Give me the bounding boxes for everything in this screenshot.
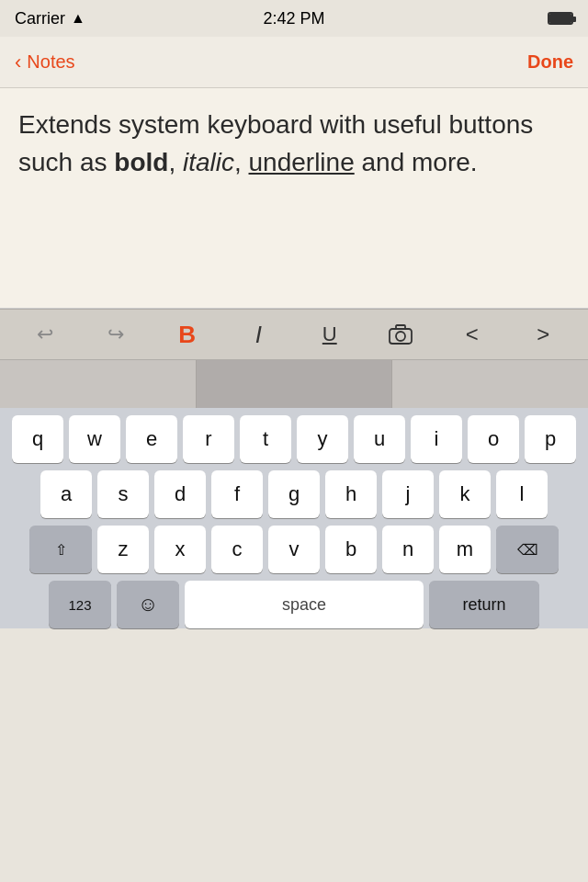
- keyboard-toolbar: ↩ ↪ B I U < >: [0, 309, 588, 360]
- back-button[interactable]: ‹ Notes: [15, 51, 75, 74]
- key-f[interactable]: f: [211, 470, 263, 518]
- time-display: 2:42 PM: [263, 9, 324, 28]
- shift-button[interactable]: ⇧: [29, 526, 92, 573]
- key-y[interactable]: y: [297, 415, 348, 463]
- key-row-2: a s d f g h j k l: [4, 470, 584, 518]
- key-j[interactable]: j: [382, 470, 434, 518]
- status-bar: Carrier ▲ 2:42 PM: [0, 0, 588, 37]
- back-label: Notes: [27, 51, 74, 73]
- key-o[interactable]: o: [468, 415, 519, 463]
- key-d[interactable]: d: [154, 470, 206, 518]
- note-content-area[interactable]: Extends system keyboard with useful butt…: [0, 88, 588, 309]
- key-i[interactable]: i: [411, 415, 462, 463]
- key-r[interactable]: r: [183, 415, 234, 463]
- key-row-1: q w e r t y u i o p: [4, 415, 584, 463]
- key-l[interactable]: l: [496, 470, 548, 518]
- note-text: Extends system keyboard with useful butt…: [18, 107, 570, 181]
- key-b[interactable]: b: [325, 526, 377, 573]
- key-v[interactable]: v: [268, 526, 320, 573]
- key-n[interactable]: n: [382, 526, 434, 573]
- done-button[interactable]: Done: [527, 51, 573, 73]
- key-q[interactable]: q: [12, 415, 63, 463]
- bold-button[interactable]: B: [160, 315, 215, 354]
- key-g[interactable]: g: [268, 470, 320, 518]
- carrier-label: Carrier: [15, 9, 65, 28]
- undo-button[interactable]: ↩: [17, 315, 73, 354]
- redo-button[interactable]: ↪: [88, 315, 143, 354]
- wifi-icon: ▲: [71, 10, 85, 27]
- key-t[interactable]: t: [240, 415, 291, 463]
- underline-text: underline: [249, 148, 355, 176]
- back-chevron-icon: ‹: [15, 51, 21, 74]
- numbers-button[interactable]: 123: [49, 581, 111, 628]
- key-a[interactable]: a: [40, 470, 92, 518]
- cursor-right-button[interactable]: >: [515, 315, 571, 354]
- key-k[interactable]: k: [439, 470, 491, 518]
- camera-button[interactable]: [373, 315, 428, 354]
- nav-bar: ‹ Notes Done: [0, 37, 588, 88]
- battery-icon: [548, 12, 573, 25]
- cursor-left-button[interactable]: <: [445, 315, 500, 354]
- underline-button[interactable]: U: [302, 315, 357, 354]
- svg-rect-2: [396, 325, 405, 329]
- key-s[interactable]: s: [97, 470, 149, 518]
- italic-text: italic: [183, 148, 234, 176]
- key-row-3: ⇧ z x c v b n m ⌫: [4, 526, 584, 573]
- key-row-4: 123 ☺ space return: [4, 581, 584, 628]
- emoji-button[interactable]: ☺: [117, 581, 179, 628]
- key-h[interactable]: h: [325, 470, 377, 518]
- bold-text: bold: [114, 148, 168, 176]
- keyboard: q w e r t y u i o p a s d f g h j k l ⇧ …: [0, 408, 588, 628]
- key-p[interactable]: p: [525, 415, 576, 463]
- svg-point-1: [396, 332, 405, 341]
- key-e[interactable]: e: [126, 415, 177, 463]
- key-m[interactable]: m: [439, 526, 491, 573]
- key-x[interactable]: x: [154, 526, 206, 573]
- key-c[interactable]: c: [211, 526, 263, 573]
- space-button[interactable]: space: [185, 581, 424, 628]
- backspace-button[interactable]: ⌫: [496, 526, 559, 573]
- key-u[interactable]: u: [354, 415, 405, 463]
- status-left: Carrier ▲: [15, 9, 85, 28]
- key-w[interactable]: w: [69, 415, 120, 463]
- key-z[interactable]: z: [97, 526, 149, 573]
- autocomplete-bar: [0, 360, 588, 408]
- italic-button[interactable]: I: [231, 315, 286, 354]
- return-button[interactable]: return: [429, 581, 539, 628]
